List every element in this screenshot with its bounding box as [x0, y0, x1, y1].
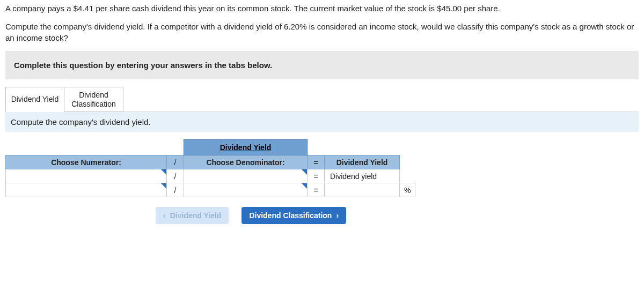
tab-dividend-yield[interactable]: Dividend Yield	[5, 87, 64, 113]
next-button[interactable]: Dividend Classification ›	[241, 207, 346, 224]
header-denominator: Choose Denominator:	[184, 155, 308, 169]
denominator-label-dropdown[interactable]	[184, 169, 308, 183]
chevron-right-icon: ›	[336, 211, 339, 220]
numerator-label-dropdown[interactable]	[6, 169, 167, 183]
table-row: / = %	[6, 183, 415, 197]
instruction-bar: Complete this question by entering your …	[5, 51, 639, 79]
table-title: Dividend Yield	[184, 140, 308, 155]
prev-button: ‹ Dividend Yield	[156, 207, 229, 224]
tab-dividend-classification[interactable]: Dividend Classification	[64, 87, 123, 113]
result-label: Dividend yield	[325, 169, 400, 183]
result-value-input[interactable]	[325, 183, 400, 197]
question-paragraph-1: A company pays a $4.41 per share cash di…	[5, 3, 639, 14]
equals-cell: =	[308, 183, 325, 197]
tab-label-line1: Dividend	[79, 91, 108, 99]
denominator-value-dropdown[interactable]	[184, 183, 308, 197]
dividend-yield-table: Dividend Yield Choose Numerator: / Choos…	[5, 139, 415, 197]
dropdown-flag-icon	[161, 169, 166, 175]
header-slash: /	[167, 155, 184, 169]
next-button-label: Dividend Classification	[249, 211, 332, 220]
equals-cell: =	[308, 169, 325, 183]
chevron-left-icon: ‹	[163, 211, 166, 220]
header-result: Dividend Yield	[325, 155, 400, 169]
numerator-value-dropdown[interactable]	[6, 183, 167, 197]
header-equals: =	[308, 155, 325, 169]
tab-label-line2: Classification	[71, 100, 115, 108]
dropdown-flag-icon	[302, 183, 307, 189]
table-row: / = Dividend yield	[6, 169, 415, 183]
tab-subheading: Compute the company's dividend yield.	[5, 111, 639, 132]
question-paragraph-2: Compute the company's dividend yield. If…	[5, 21, 639, 43]
prev-button-label: Dividend Yield	[170, 211, 222, 220]
percent-label: %	[400, 183, 415, 197]
dropdown-flag-icon	[161, 183, 166, 189]
dropdown-flag-icon	[302, 169, 307, 175]
slash-cell: /	[167, 183, 184, 197]
header-numerator: Choose Numerator:	[6, 155, 167, 169]
slash-cell: /	[167, 169, 184, 183]
tab-label: Dividend Yield	[11, 95, 59, 104]
